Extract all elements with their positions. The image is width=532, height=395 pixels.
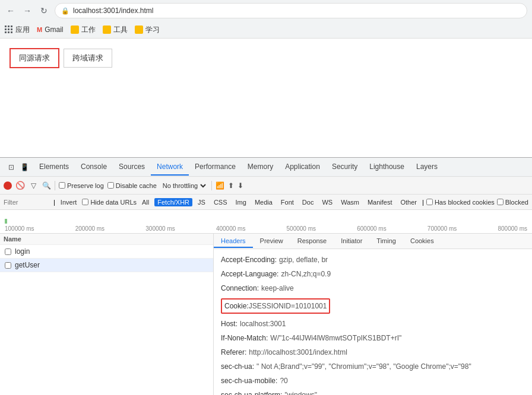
header-val-host: localhost:3001 <box>240 318 525 329</box>
search-button[interactable]: 🔍 <box>42 181 51 190</box>
bookmark-apps[interactable]: 应用 <box>5 25 30 35</box>
hide-data-urls-checkbox[interactable] <box>82 199 88 205</box>
tab-network[interactable]: Network <box>151 159 189 176</box>
tab-application[interactable]: Application <box>279 159 326 176</box>
network-item-getuser-checkbox[interactable] <box>5 262 11 269</box>
header-name-accept-encoding: Accept-Encoding: <box>221 254 277 265</box>
filter-manifest[interactable]: Manifest <box>365 198 395 206</box>
filter-media[interactable]: Media <box>252 198 276 206</box>
back-button[interactable]: ← <box>5 5 17 17</box>
filter-doc[interactable]: Doc <box>299 198 317 206</box>
has-blocked-cookies-checkbox[interactable] <box>426 199 433 205</box>
detail-tab-cookies[interactable]: Cookies <box>403 235 441 248</box>
tl-label-5: 500000 ms <box>287 225 316 232</box>
header-name-accept-language: Accept-Language: <box>221 269 278 279</box>
detail-tab-initiator[interactable]: Initiator <box>334 235 369 248</box>
preserve-log-text: Preserve log <box>67 182 104 189</box>
filter-img[interactable]: Img <box>233 198 249 206</box>
header-val-cookie: JSESSIONID=10101001 <box>249 301 327 311</box>
timeline-labels: 100000 ms 200000 ms 300000 ms 400000 ms … <box>5 225 527 233</box>
header-val-referer: http://localhost:3001/index.html <box>249 347 525 358</box>
hide-data-urls-label[interactable]: Hide data URLs <box>82 199 137 206</box>
cursor-icon[interactable]: ⊡ <box>6 162 17 173</box>
name-column-header: Name <box>4 235 21 243</box>
forward-button[interactable]: → <box>21 5 33 17</box>
devtools-icons: ⊡ 📱 <box>2 162 33 173</box>
bookmark-gmail[interactable]: M Gmail <box>37 26 64 34</box>
bookmark-study[interactable]: 学习 <box>135 25 160 35</box>
network-item-login-checkbox[interactable] <box>5 249 11 255</box>
tab-sources[interactable]: Sources <box>113 159 151 176</box>
detail-panel: Headers Preview Response Initiator Timin… <box>214 234 532 395</box>
address-bar[interactable]: 🔒 localhost:3001/index.html <box>55 3 527 18</box>
network-item-getuser[interactable]: getUser <box>0 259 213 272</box>
tab-lighthouse[interactable]: Lighthouse <box>363 159 410 176</box>
filter-button[interactable]: ▽ <box>28 181 38 190</box>
filter-wasm[interactable]: Wasm <box>338 198 362 206</box>
detail-tabs: Headers Preview Response Initiator Timin… <box>214 234 532 249</box>
throttle-select[interactable]: No throttling <box>160 181 208 190</box>
detail-tab-response[interactable]: Response <box>290 235 334 248</box>
upload-icon: ⬆ <box>228 181 234 190</box>
disable-cache-checkbox[interactable] <box>107 182 114 189</box>
filter-ws[interactable]: WS <box>319 198 335 206</box>
devtools-tabs: ⊡ 📱 Elements Console Sources Network Per… <box>0 158 532 177</box>
filter-font[interactable]: Font <box>278 198 297 206</box>
filter-fetch-xhr[interactable]: Fetch/XHR <box>154 198 192 206</box>
header-row-accept-language: Accept-Language: zh-CN,zh;q=0.9 <box>221 267 525 281</box>
tab-security[interactable]: Security <box>326 159 363 176</box>
network-item-login[interactable]: login <box>0 245 213 259</box>
has-blocked-cookies-label[interactable]: Has blocked cookies <box>426 199 495 206</box>
filter-other[interactable]: Other <box>398 198 420 206</box>
lock-icon: 🔒 <box>61 7 69 15</box>
bookmark-tools[interactable]: 工具 <box>103 25 128 35</box>
filter-bar: | Invert Hide data URLs All Fetch/XHR JS… <box>0 195 532 210</box>
network-list-header: Name <box>0 234 213 245</box>
header-row-accept-encoding: Accept-Encoding: gzip, deflate, br <box>221 253 525 267</box>
cross-origin-button[interactable]: 跨域请求 <box>64 49 112 68</box>
device-icon[interactable]: 📱 <box>19 162 30 173</box>
detail-tab-preview[interactable]: Preview <box>253 235 290 248</box>
disable-cache-text: Disable cache <box>116 182 157 189</box>
disable-cache-label[interactable]: Disable cache <box>107 182 157 189</box>
tab-layers[interactable]: Layers <box>410 159 444 176</box>
filter-input[interactable] <box>4 199 51 206</box>
reload-button[interactable]: ↻ <box>38 5 50 17</box>
clear-button[interactable]: 🚫 <box>15 181 25 190</box>
preserve-log-label[interactable]: Preserve log <box>59 182 104 189</box>
header-val-sec-ch-ua: " Not A;Brand";v="99", "Chromium";v="98"… <box>256 361 525 372</box>
header-name-if-none-match: If-None-Match: <box>221 333 268 343</box>
filter-invert[interactable]: Invert <box>58 198 80 206</box>
detail-tab-headers[interactable]: Headers <box>214 235 253 248</box>
network-item-getuser-name: getUser <box>15 261 208 269</box>
detail-content: Accept-Encoding: gzip, deflate, br Accep… <box>214 249 532 395</box>
tab-performance[interactable]: Performance <box>189 159 242 176</box>
header-val-if-none-match: W/"1c-44lJWi4lW8mwtSOTpIKS1BDT+rI" <box>270 333 525 343</box>
filter-js[interactable]: JS <box>195 198 208 206</box>
gmail-icon: M <box>37 26 42 33</box>
tl-label-6: 600000 ms <box>357 225 386 232</box>
bookmark-work[interactable]: 工作 <box>71 25 96 35</box>
detail-tab-timing[interactable]: Timing <box>369 235 403 248</box>
network-item-login-name: login <box>15 247 208 256</box>
divider-2 <box>211 181 212 190</box>
tab-memory[interactable]: Memory <box>242 159 279 176</box>
hide-data-urls-text: Hide data URLs <box>90 199 137 206</box>
header-val-sec-ch-ua-platform: "windows" <box>284 390 525 395</box>
blocked-checkbox[interactable] <box>497 199 504 205</box>
blocked-label[interactable]: Blocked <box>497 199 528 206</box>
divider-1 <box>55 181 55 190</box>
header-val-connection: keep-alive <box>261 283 525 294</box>
record-button[interactable] <box>4 181 12 190</box>
filter-divider: | <box>53 199 55 206</box>
bookmarks-bar: 应用 M Gmail 工作 工具 学习 <box>0 21 532 38</box>
tab-elements[interactable]: Elements <box>33 159 75 176</box>
same-origin-button[interactable]: 同源请求 <box>10 48 59 68</box>
filter-css[interactable]: CSS <box>211 198 230 206</box>
tl-label-1: 100000 ms <box>5 225 34 232</box>
tab-console[interactable]: Console <box>75 159 113 176</box>
preserve-log-checkbox[interactable] <box>59 182 65 189</box>
tl-label-7: 700000 ms <box>428 225 457 232</box>
cookie-row-highlighted: Cookie: JSESSIONID=10101001 <box>221 298 330 314</box>
filter-all[interactable]: All <box>139 198 152 206</box>
